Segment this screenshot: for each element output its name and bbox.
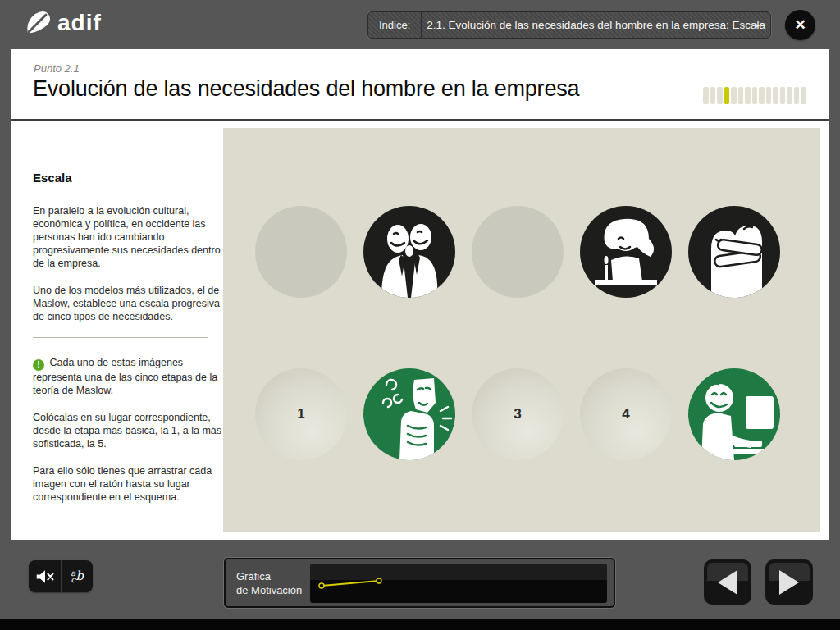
previous-button[interactable] [704,559,751,605]
progress-segment [724,87,730,104]
drop-slot-3[interactable]: 3 [472,368,564,460]
arrow-right-icon [779,570,799,595]
draggable-image-woman-dining[interactable] [580,206,672,298]
drop-slot-1[interactable]: 1 [255,368,347,460]
sidebar-divider [33,337,208,338]
index-arrow-icon: ► [754,21,761,30]
section-kicker: Punto 2.1 [34,62,80,75]
sidebar-heading: Escala [33,171,221,185]
man-working-computer-illustration [688,368,780,460]
sidebar-note-paragraph: Colócalas en su lugar correspondiente, d… [33,411,221,450]
logo-text: adif [57,10,102,36]
arrow-left-icon [718,570,737,595]
close-icon: ✕ [794,16,806,34]
content-panel: Punto 2.1 Evolución de las necesidades d… [11,49,829,540]
top-bar: adif Indice: 2.1. Evolución de las neces… [0,0,840,49]
adif-logo: adif [25,9,102,37]
two-people-hugging-illustration [688,206,780,298]
slot-number: 3 [514,406,521,422]
alert-icon: ! [33,359,44,371]
instructions-sidebar: Escala En paralelo a la evolución cultur… [33,171,221,518]
progress-segment [731,87,737,104]
progress-segment [794,87,800,104]
progress-segment [766,87,772,104]
progress-segment [710,87,716,104]
progress-segment [745,87,751,104]
empty-slot [472,206,564,298]
index-current-item: 2.1. Evolución de las necesidades del ho… [427,19,765,31]
motivation-graph-line [310,564,607,603]
progress-segment [738,87,744,104]
next-button[interactable] [765,559,813,605]
page-title: Evolución de las necesidades del hombre … [33,76,579,102]
draggable-image-two-colleagues-talking[interactable] [363,206,455,298]
bottom-black-bar [0,619,840,630]
progress-bar [703,87,806,104]
index-label: Indice: [368,12,422,38]
progress-segment [752,87,758,104]
sidebar-paragraph: Uno de los modelos más utilizados, el de… [33,284,221,323]
progress-segment [787,87,792,104]
motivation-graph-canvas[interactable] [310,564,607,603]
progress-segment [759,87,765,104]
motivation-graph-panel: Gráfica de Motivación [224,558,615,608]
motivation-graph-label: Gráfica de Motivación [226,569,310,597]
starving-man-illustration [363,368,455,460]
audio-controls: acb [29,560,93,592]
mute-button[interactable] [29,560,61,592]
woman-dining-illustration [580,206,672,298]
drop-slot-4[interactable]: 4 [580,368,672,460]
adif-logo-icon [25,9,52,37]
course-stage: adif Indice: 2.1. Evolución de las neces… [0,0,840,630]
title-divider [11,119,829,121]
close-button[interactable]: ✕ [785,10,815,40]
muted-speaker-icon [35,569,55,584]
empty-slot [255,206,347,298]
progress-segment [703,87,709,104]
note-text: Cada uno de estas imágenes representa un… [33,357,217,396]
sidebar-paragraph: En paralelo a la evolución cultural, eco… [33,204,221,270]
draggable-image-two-people-hugging[interactable] [688,206,780,298]
progress-segment [773,87,778,104]
draggable-image-starving-man[interactable] [363,368,455,460]
text-transcript-button[interactable]: acb [61,560,93,592]
index-dropdown[interactable]: 2.1. Evolución de las necesidades del ho… [422,12,770,38]
activity-board: 134 [223,128,820,532]
progress-segment [780,87,786,104]
progress-segment [801,87,806,104]
transcript-icon: acb [71,570,84,583]
draggable-image-man-working-computer[interactable] [688,368,780,460]
slot-number: 1 [297,406,304,422]
index-dropdown-group: Indice: 2.1. Evolución de las necesidade… [368,11,771,39]
progress-segment [717,87,723,104]
sidebar-note-paragraph: Para ello sólo tienes que arrastrar cada… [33,464,221,504]
slot-number: 4 [622,406,629,422]
sidebar-note-paragraph: ! Cada uno de estas imágenes representa … [33,356,221,397]
two-colleagues-talking-illustration [363,206,455,298]
